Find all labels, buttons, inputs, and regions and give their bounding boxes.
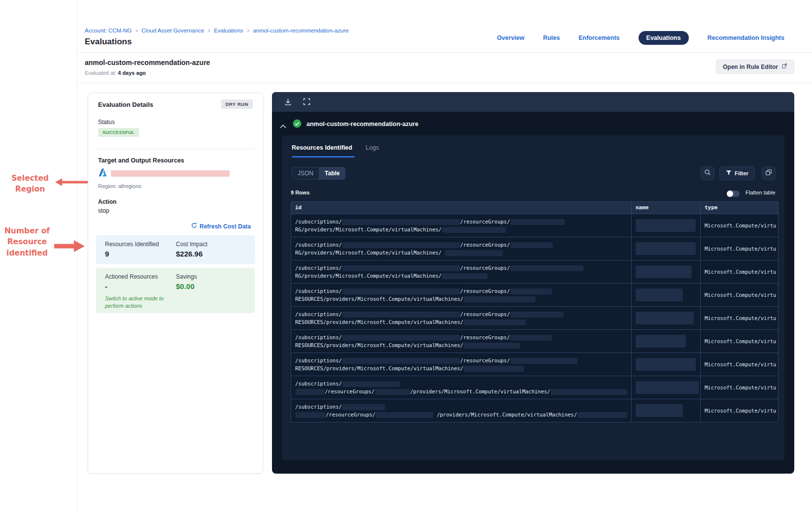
- view-toggle-table[interactable]: Table: [319, 167, 345, 179]
- evaluated-at-value: 4 days ago: [118, 70, 146, 76]
- cell-name: [631, 214, 700, 237]
- redacted-text: [464, 366, 524, 372]
- redacted-text: [342, 358, 460, 364]
- action-value: stop: [98, 207, 109, 214]
- redacted-text: [342, 335, 460, 341]
- redacted-text: [376, 412, 433, 418]
- tab-rules[interactable]: Rules: [543, 34, 560, 41]
- cell-name: [631, 399, 700, 422]
- cell-id: /subscriptions//resourceGroups/RESOURCES…: [291, 330, 631, 353]
- redacted-text: [342, 265, 460, 271]
- filter-icon: [726, 170, 732, 177]
- cell-type: Microsoft.Compute/virtu: [700, 214, 778, 237]
- cell-id: /subscriptions//resourceGroups/RG/provid…: [291, 214, 631, 237]
- divider: [97, 149, 254, 149]
- refresh-icon: [191, 223, 197, 230]
- divider: [77, 0, 77, 514]
- table-row[interactable]: /subscriptions//resourceGroups/RESOURCES…: [291, 306, 778, 329]
- result-rule-title: anmol-custom-recommendation-azure: [306, 121, 418, 128]
- refresh-label: Refresh Cost Data: [200, 223, 251, 230]
- copy-icon: [765, 169, 772, 178]
- table-row[interactable]: /subscriptions//resourceGroups/RESOURCES…: [291, 283, 778, 306]
- collapse-chevron-up-icon[interactable]: [280, 122, 286, 130]
- top-nav-tabs: Overview Rules Enforcements Evaluations …: [497, 31, 784, 45]
- redacted-text: [442, 273, 487, 279]
- redacted-name: [636, 335, 686, 348]
- breadcrumb-item-evaluations[interactable]: Evaluations: [214, 28, 243, 33]
- breadcrumb-item-governance[interactable]: Cloud Asset Governance: [141, 28, 204, 33]
- azure-icon: [98, 168, 107, 179]
- annotation-arrow-right-count: [53, 240, 85, 253]
- cost-impact-value: $226.96: [176, 250, 203, 258]
- redacted-text: [464, 320, 526, 325]
- view-toggle-json[interactable]: JSON: [292, 167, 319, 179]
- active-mode-note: Switch to active mode to perform actions: [105, 295, 184, 310]
- breadcrumb-item-account[interactable]: Account: CCM-NG: [85, 28, 132, 33]
- table-row[interactable]: /subscriptions//resourceGroups/RESOURCES…: [291, 329, 778, 353]
- table-row[interactable]: /subscriptions//resourceGroups/ /provide…: [291, 399, 778, 422]
- cell-name: [631, 307, 700, 329]
- redacted-text: [442, 227, 506, 233]
- table-row[interactable]: /subscriptions//resourceGroups/RG/provid…: [291, 260, 778, 283]
- search-button[interactable]: [701, 166, 714, 180]
- cell-name: [631, 330, 700, 353]
- results-toolbar: [272, 92, 794, 112]
- column-header-id[interactable]: id: [291, 202, 631, 214]
- evaluation-title: anmol-custom-recommendation-azure: [85, 59, 210, 66]
- search-icon: [704, 169, 711, 178]
- table-header: id name type: [291, 202, 778, 214]
- table-row[interactable]: /subscriptions//resourceGroups/RG/provid…: [291, 214, 778, 237]
- tab-logs[interactable]: Logs: [366, 144, 379, 151]
- filter-button[interactable]: Filter: [719, 166, 755, 180]
- tab-enforcements[interactable]: Enforcements: [578, 34, 619, 41]
- action-label: Action: [98, 198, 116, 205]
- table-row[interactable]: /subscriptions//resourceGroups/RG/provid…: [291, 237, 778, 260]
- redacted-text: [510, 242, 553, 248]
- table-row[interactable]: /subscriptions//resourceGroups//provider…: [291, 376, 778, 399]
- redacted-text: [342, 242, 460, 248]
- results-inner-card: Resources Identified Logs JSON Table Fil…: [282, 135, 784, 460]
- column-header-name[interactable]: name: [631, 202, 700, 214]
- actioned-resources-value: -: [105, 282, 107, 290]
- redacted-text: [464, 296, 536, 302]
- breadcrumb-item-rule[interactable]: anmol-custom-recommendation-azure: [253, 28, 348, 33]
- toggle-knob: [727, 191, 733, 197]
- redacted-text: [296, 389, 324, 395]
- redacted-text: [296, 412, 325, 418]
- copy-button[interactable]: [762, 166, 776, 180]
- flatten-toggle[interactable]: [727, 191, 740, 197]
- redacted-text: [445, 250, 503, 256]
- annotation-resource-count: Number of Resource identified: [1, 225, 53, 258]
- cell-id: /subscriptions//resourceGroups/RESOURCES…: [291, 353, 631, 376]
- cell-id: /subscriptions//resourceGroups/RG/provid…: [291, 260, 631, 283]
- divider: [77, 83, 812, 83]
- details-title: Evaluation Details: [98, 101, 153, 108]
- redacted-text: [342, 381, 400, 387]
- redacted-text: [342, 312, 460, 318]
- cell-name: [631, 376, 700, 399]
- tab-recommendation-insights[interactable]: Recommendation Insights: [708, 34, 784, 41]
- column-header-type[interactable]: type: [700, 202, 778, 214]
- open-rule-editor-button[interactable]: Open in Rule Editor: [716, 60, 794, 74]
- download-icon[interactable]: [284, 97, 292, 108]
- flatten-table-label: Flatten table: [745, 190, 776, 195]
- open-rule-editor-label: Open in Rule Editor: [723, 64, 778, 70]
- status-badge: SUCCESSFUL: [98, 128, 139, 137]
- tab-overview[interactable]: Overview: [497, 34, 525, 41]
- cell-type: Microsoft.Compute/virtu: [700, 376, 778, 399]
- filter-label: Filter: [735, 170, 748, 176]
- redacted-text: [342, 219, 460, 225]
- resources-identified-label: Resources Identified: [105, 241, 159, 248]
- tab-resources-identified[interactable]: Resources Identified: [292, 144, 352, 151]
- refresh-cost-data-link[interactable]: Refresh Cost Data: [191, 223, 251, 230]
- cell-type: Microsoft.Compute/virtu: [700, 307, 778, 329]
- chevron-right-icon: >: [247, 28, 250, 33]
- view-toggle: JSON Table: [292, 167, 345, 180]
- dry-run-badge: DRY RUN: [221, 99, 253, 109]
- tab-evaluations[interactable]: Evaluations: [639, 31, 689, 45]
- table-row[interactable]: /subscriptions//resourceGroups/RESOURCES…: [291, 353, 778, 376]
- target-resources-label: Target and Output Resources: [98, 157, 184, 164]
- fullscreen-icon[interactable]: [303, 97, 311, 108]
- cell-id: /subscriptions//resourceGroups/RESOURCES…: [291, 284, 631, 306]
- evaluation-details-card: Evaluation Details DRY RUN Status SUCCES…: [88, 93, 263, 474]
